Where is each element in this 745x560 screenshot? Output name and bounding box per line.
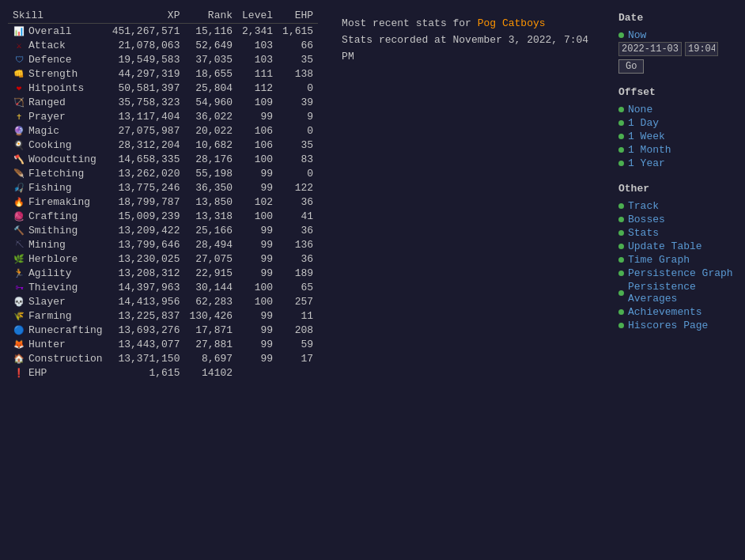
skill-label: Woodcutting	[28, 153, 96, 165]
offset-label[interactable]: 1 Week	[628, 131, 665, 142]
table-row[interactable]: 🎣Fishing13,775,24636,35099122	[8, 180, 318, 195]
skill-rank: 27,881	[184, 337, 237, 351]
other-label[interactable]: Achievements	[628, 306, 702, 318]
now-label[interactable]: Now	[628, 29, 646, 41]
skill-name-cell: 🔥Firemaking	[13, 195, 103, 208]
other-dot	[618, 230, 624, 236]
skill-icon-thieving: 🗝	[13, 281, 25, 293]
skill-rank: 54,960	[184, 95, 237, 109]
offset-item[interactable]: 1 Month	[618, 143, 737, 157]
skill-level: 111	[237, 66, 278, 81]
offset-item[interactable]: 1 Year	[618, 157, 737, 170]
now-item[interactable]: Now	[618, 28, 737, 42]
go-button[interactable]: Go	[618, 59, 644, 74]
skill-xp: 13,209,422	[108, 223, 185, 237]
table-row[interactable]: ❤Hitpoints50,581,39725,8041120	[8, 81, 318, 95]
col-ehp: EHP	[278, 8, 318, 24]
other-item[interactable]: Time Graph	[618, 253, 737, 267]
other-item[interactable]: Persistence Averages	[618, 280, 737, 305]
skill-xp: 18,799,787	[108, 195, 185, 209]
other-label[interactable]: Persistence Graph	[628, 267, 733, 279]
table-row[interactable]: 🏹Ranged35,758,32354,96010939	[8, 95, 318, 109]
other-item[interactable]: Bosses	[618, 213, 737, 226]
skill-name-cell: 🏃Agility	[13, 267, 103, 279]
other-item[interactable]: Hiscores Page	[618, 319, 737, 332]
skill-label: Overall	[28, 25, 72, 37]
table-row[interactable]: 🌿Herblore13,230,02527,0759936	[8, 252, 318, 266]
other-item[interactable]: Achievements	[618, 305, 737, 319]
table-row[interactable]: 🗝Thieving14,397,96330,14410065	[8, 280, 318, 294]
skill-name-cell: 🦊Hunter	[13, 338, 103, 350]
table-row[interactable]: 🛡Defence19,549,58337,03510335	[8, 52, 318, 66]
other-label[interactable]: Update Table	[628, 240, 702, 252]
skill-name-cell: 🔮Magic	[13, 124, 103, 137]
skill-rank: 13,318	[184, 209, 237, 223]
col-xp: XP	[108, 8, 185, 24]
skill-icon-prayer: ✝	[13, 110, 25, 123]
offset-item[interactable]: 1 Day	[618, 116, 737, 130]
skill-icon-ranged: 🏹	[13, 96, 25, 108]
skill-icon-slayer: 💀	[13, 295, 25, 308]
table-row[interactable]: ⚔Attack21,078,06352,64910366	[8, 38, 318, 52]
skill-level: 99	[237, 237, 278, 252]
other-label[interactable]: Bosses	[628, 214, 665, 225]
skill-label: Hunter	[28, 339, 66, 350]
table-row[interactable]: ✝Prayer13,117,40436,022999	[8, 109, 318, 123]
skill-rank: 18,655	[184, 66, 237, 81]
skill-xp: 13,262,020	[108, 166, 185, 180]
skill-icon-farming: 🌾	[13, 309, 25, 322]
skill-xp: 28,312,204	[108, 138, 185, 152]
skill-xp: 13,208,312	[108, 266, 185, 280]
skill-level: 99	[237, 180, 278, 195]
table-row[interactable]: 🌾Farming13,225,837130,4269911	[8, 308, 318, 323]
other-label[interactable]: Stats	[628, 227, 659, 239]
skill-ehp: 41	[278, 209, 318, 223]
table-row[interactable]: 📊Overall451,267,57115,1162,3411,615	[8, 24, 318, 39]
skill-name-cell: 🔵Runecrafting	[13, 324, 103, 336]
table-row[interactable]: 💀Slayer14,413,95662,283100257	[8, 294, 318, 308]
offset-item[interactable]: None	[618, 103, 737, 116]
table-row[interactable]: 🍳Cooking28,312,20410,68210635	[8, 138, 318, 152]
skill-ehp: 35	[278, 52, 318, 66]
other-label[interactable]: Track	[628, 200, 659, 212]
offset-label[interactable]: 1 Day	[628, 117, 659, 129]
other-item[interactable]: Persistence Graph	[618, 267, 737, 280]
skill-xp: 13,230,025	[108, 252, 185, 266]
skill-label: Crafting	[28, 210, 78, 222]
time-input[interactable]	[685, 42, 718, 56]
offset-label[interactable]: None	[628, 104, 652, 115]
other-item[interactable]: Update Table	[618, 240, 737, 253]
skill-ehp: 35	[278, 138, 318, 152]
skill-icon-hunter: 🦊	[13, 338, 25, 350]
table-row[interactable]: 🏃Agility13,208,31222,91599189	[8, 266, 318, 280]
table-row[interactable]: 🧶Crafting15,009,23913,31810041	[8, 209, 318, 223]
table-row[interactable]: 🦊Hunter13,443,07727,8819959	[8, 337, 318, 351]
other-item[interactable]: Track	[618, 199, 737, 213]
other-label[interactable]: Hiscores Page	[628, 320, 708, 331]
offset-item[interactable]: 1 Week	[618, 130, 737, 143]
table-row[interactable]: 🔥Firemaking18,799,78713,85010236	[8, 195, 318, 209]
table-row[interactable]: 🪓Woodcutting14,658,33528,17610083	[8, 152, 318, 166]
offset-label[interactable]: 1 Month	[628, 144, 671, 156]
offset-label[interactable]: 1 Year	[628, 157, 665, 169]
table-row[interactable]: 🏠Construction13,371,1508,6979917	[8, 351, 318, 365]
table-row[interactable]: ⛏Mining13,799,64628,49499136	[8, 237, 318, 252]
table-row[interactable]: 🔵Runecrafting13,693,27617,87199208	[8, 323, 318, 337]
skill-level: 99	[237, 166, 278, 180]
other-item[interactable]: Stats	[618, 226, 737, 240]
table-row[interactable]: ❗EHP1,61514102	[8, 365, 318, 380]
table-row[interactable]: 👊Strength44,297,31918,655111138	[8, 66, 318, 81]
other-label[interactable]: Time Graph	[628, 254, 690, 266]
skill-icon-agility: 🏃	[13, 267, 25, 279]
offset-section-title: Offset	[618, 86, 737, 98]
skill-name-cell: 🍳Cooking	[13, 138, 103, 151]
table-row[interactable]: 🔮Magic27,075,98720,0221060	[8, 123, 318, 138]
skill-level: 100	[237, 294, 278, 308]
date-input[interactable]	[618, 42, 682, 56]
other-label[interactable]: Persistence Averages	[628, 281, 737, 305]
stats-header: Most recent stats for Pog Catboys Stats …	[342, 16, 595, 65]
skill-icon-ehp: ❗	[13, 366, 25, 379]
table-row[interactable]: 🪶Fletching13,262,02055,198990	[8, 166, 318, 180]
other-dot	[618, 217, 624, 222]
table-row[interactable]: 🔨Smithing13,209,42225,1669936	[8, 223, 318, 237]
